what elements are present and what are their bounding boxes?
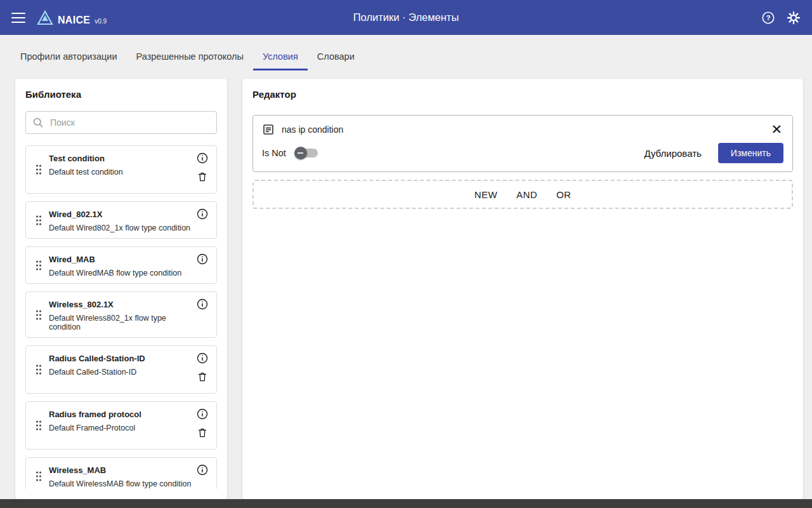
editor-title: Редактор bbox=[252, 89, 793, 100]
info-button[interactable] bbox=[196, 208, 209, 220]
trash-icon bbox=[197, 371, 208, 383]
info-button[interactable] bbox=[196, 464, 209, 476]
library-item-name: Radius Called-Station-ID bbox=[49, 354, 193, 363]
bottom-strip bbox=[0, 499, 812, 508]
search-input[interactable] bbox=[25, 111, 217, 134]
library-item[interactable]: Radius Called-Station-ID Default Called-… bbox=[25, 345, 217, 394]
help-button[interactable]: ? bbox=[761, 11, 775, 25]
library-item-description: Default Wireless802_1x flow type conditi… bbox=[49, 314, 193, 331]
edit-button[interactable]: Изменить bbox=[718, 143, 783, 163]
close-button[interactable]: ✕ bbox=[769, 123, 783, 136]
info-icon bbox=[196, 408, 209, 420]
toggle-knob-icon bbox=[294, 147, 307, 159]
drag-handle[interactable] bbox=[29, 298, 49, 331]
or-connector-button[interactable]: OR bbox=[556, 189, 571, 200]
delete-button[interactable] bbox=[197, 427, 208, 439]
info-button[interactable] bbox=[196, 352, 209, 364]
tab-dictionaries[interactable]: Словари bbox=[308, 44, 364, 70]
search-icon bbox=[32, 116, 44, 129]
library-item[interactable]: Wireless_MAB Default WirelessMAB flow ty… bbox=[25, 457, 217, 489]
drag-handle[interactable] bbox=[29, 464, 49, 488]
and-connector-button[interactable]: AND bbox=[516, 189, 537, 200]
library-item-name: Wired_MAB bbox=[49, 255, 193, 264]
new-connector-button[interactable]: NEW bbox=[475, 189, 497, 200]
info-button[interactable] bbox=[196, 253, 209, 265]
info-button[interactable] bbox=[196, 408, 209, 420]
drag-handle[interactable] bbox=[29, 408, 49, 443]
drag-handle[interactable] bbox=[29, 208, 49, 232]
library-item-description: Default WiredMAB flow type condition bbox=[49, 269, 193, 277]
trash-icon bbox=[197, 427, 208, 439]
info-button[interactable] bbox=[196, 298, 209, 311]
drag-handle[interactable] bbox=[29, 253, 49, 277]
document-icon bbox=[262, 123, 275, 136]
drag-handle-icon bbox=[35, 420, 43, 431]
connector-dropzone[interactable]: NEW AND OR bbox=[252, 180, 793, 209]
library-item-name: Wireless_802.1X bbox=[49, 300, 193, 309]
drag-handle[interactable] bbox=[29, 152, 49, 187]
info-icon bbox=[196, 352, 209, 364]
drag-handle-icon bbox=[35, 471, 43, 482]
app-version: v0.9 bbox=[95, 18, 107, 25]
library-item[interactable]: Wired_802.1X Default Wired802_1x flow ty… bbox=[25, 201, 217, 239]
delete-button[interactable] bbox=[197, 371, 208, 383]
library-item[interactable]: Wireless_802.1X Default Wireless802_1x f… bbox=[25, 291, 217, 338]
info-icon bbox=[196, 464, 209, 476]
header-actions: ? bbox=[761, 11, 801, 25]
info-icon bbox=[196, 152, 209, 164]
condition-card: nas ip condition ✕ Is Not Дублировать Из… bbox=[252, 115, 793, 172]
library-item-name: Wireless_MAB bbox=[49, 465, 193, 475]
search-box bbox=[25, 111, 217, 134]
library-item-description: Default Wired802_1x flow type condition bbox=[49, 224, 193, 232]
drag-handle-icon bbox=[35, 364, 43, 375]
hamburger-menu-button[interactable] bbox=[11, 13, 25, 23]
is-not-toggle[interactable] bbox=[296, 149, 318, 157]
condition-name: nas ip condition bbox=[282, 124, 343, 135]
library-item-description: Default Called-Station-ID bbox=[49, 368, 193, 377]
info-button[interactable] bbox=[196, 152, 209, 164]
brand: NAICE v0.9 bbox=[37, 10, 107, 25]
drag-handle-icon bbox=[35, 215, 43, 226]
library-item-description: Default Framed-Protocol bbox=[49, 424, 193, 432]
page-title: Политики · Элементы bbox=[353, 11, 459, 23]
tab-conditions[interactable]: Условия bbox=[253, 44, 308, 70]
tab-allowed-protocols[interactable]: Разрешенные протоколы bbox=[127, 44, 253, 70]
library-title: Библиотека bbox=[25, 89, 217, 100]
library-item[interactable]: Radius framed protocol Default Framed-Pr… bbox=[25, 401, 217, 450]
library-item[interactable]: Test condition Default test condition bbox=[25, 145, 217, 194]
main-content: Библиотека Test condition Default test c… bbox=[15, 79, 803, 499]
info-icon bbox=[196, 298, 209, 311]
tab-bar: Профили авторизацииРазрешенные протоколы… bbox=[0, 44, 812, 70]
close-icon: ✕ bbox=[771, 122, 782, 137]
library-item-name: Radius framed protocol bbox=[49, 410, 193, 419]
library-item-name: Test condition bbox=[49, 154, 193, 163]
library-item-description: Default test condition bbox=[49, 168, 193, 177]
drag-handle-icon bbox=[35, 309, 43, 321]
settings-button[interactable] bbox=[787, 11, 801, 25]
help-icon: ? bbox=[761, 11, 775, 25]
app-name: NAICE bbox=[58, 15, 90, 25]
library-item-description: Default WirelessMAB flow type condition bbox=[49, 479, 193, 488]
drag-handle[interactable] bbox=[29, 352, 49, 387]
delete-button[interactable] bbox=[197, 171, 208, 183]
app-logo-icon bbox=[37, 10, 53, 25]
library-panel: Библиотека Test condition Default test c… bbox=[15, 79, 227, 499]
drag-handle-icon bbox=[35, 260, 43, 271]
info-icon bbox=[196, 208, 209, 220]
library-item-name: Wired_802.1X bbox=[49, 210, 193, 219]
trash-icon bbox=[197, 171, 208, 183]
hamburger-icon bbox=[11, 13, 25, 14]
editor-panel: Редактор nas ip condition ✕ Is Not bbox=[242, 79, 803, 499]
svg-text:?: ? bbox=[766, 14, 771, 22]
app-header: NAICE v0.9 Политики · Элементы ? bbox=[0, 0, 812, 35]
tab-authorization-profiles[interactable]: Профили авторизации bbox=[15, 44, 127, 70]
library-item[interactable]: Wired_MAB Default WiredMAB flow type con… bbox=[25, 246, 217, 284]
operator-label: Is Not bbox=[262, 148, 286, 158]
gear-icon bbox=[787, 11, 801, 25]
library-list: Test condition Default test condition bbox=[25, 145, 217, 489]
drag-handle-icon bbox=[35, 164, 43, 175]
duplicate-button[interactable]: Дублировать bbox=[644, 148, 701, 159]
info-icon bbox=[196, 253, 209, 265]
